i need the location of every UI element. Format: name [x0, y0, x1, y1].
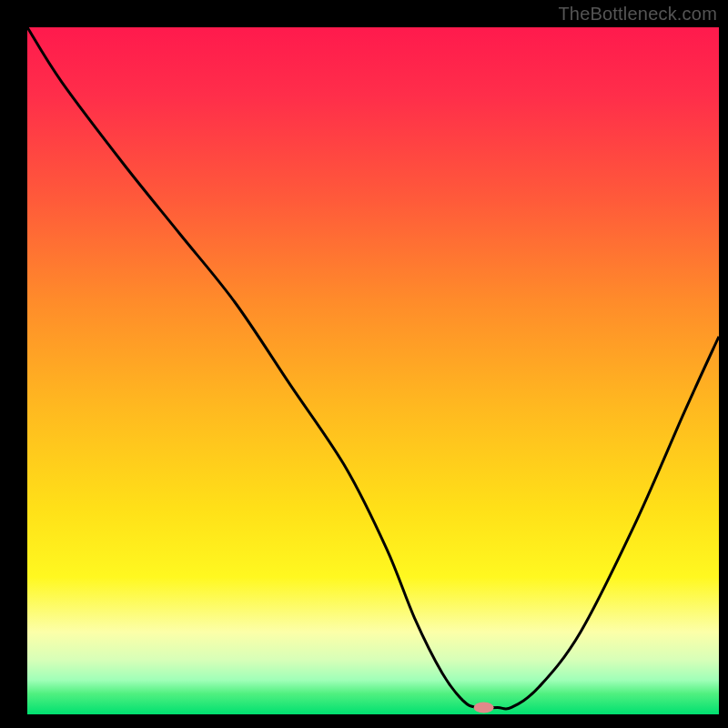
optimal-point-marker — [474, 702, 494, 713]
bottleneck-curve — [27, 27, 719, 709]
watermark-text: TheBottleneck.com — [558, 4, 717, 25]
chart-container: TheBottleneck.com — [0, 0, 728, 728]
curve-svg — [27, 27, 719, 714]
plot-area — [27, 27, 719, 714]
